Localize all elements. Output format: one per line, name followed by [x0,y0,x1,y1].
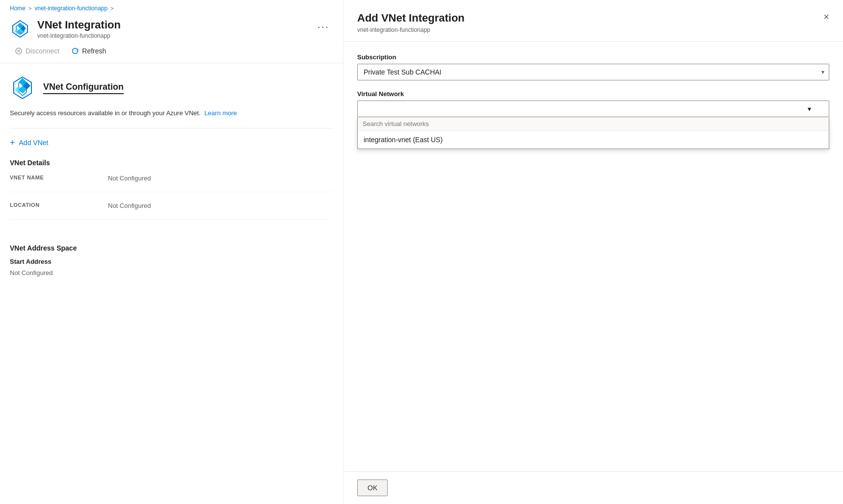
panel-title: Add VNet Integration [357,12,829,25]
vnet-dropdown: integration-vnet (East US) [357,117,829,149]
content-area: VNet Configuration Securely access resou… [0,63,343,504]
vnet-config-header: VNet Configuration [10,75,333,101]
subscription-form-group: Subscription Private Test Sub CACHAI ▾ [357,53,829,80]
vnet-details-section-title: VNet Details [10,159,333,167]
left-panel: Home > vnet-integration-functionapp > VN… [0,0,343,504]
vnet-address-section-title: VNet Address Space [10,244,333,252]
vnet-option-integration-vnet[interactable]: integration-vnet (East US) [358,131,829,149]
add-vnet-button[interactable]: + Add VNet [10,136,48,149]
divider-1 [10,128,333,128]
description-main: Securely access resources available in o… [10,109,201,117]
vnet-name-value: Not Configured [108,175,151,182]
right-panel: Add VNet Integration vnet-integration-fu… [343,0,843,504]
vnet-logo-icon [10,19,30,39]
vnet-dropdown-container: ▾ integration-vnet (East US) [357,101,829,117]
panel-header: Add VNet Integration vnet-integration-fu… [343,0,843,42]
vnet-config-logo-icon [10,75,35,101]
location-row: LOCATION Not Configured [10,202,333,220]
disconnect-button[interactable]: Disconnect [10,44,64,58]
virtual-network-label: Virtual Network [357,90,829,98]
more-options-button[interactable]: ··· [314,19,333,35]
breadcrumb: Home > vnet-integration-functionapp > [0,0,343,15]
subscription-select[interactable]: Private Test Sub CACHAI [357,64,829,80]
description-text: Securely access resources available in o… [10,108,333,118]
refresh-label: Refresh [82,47,106,55]
vnet-search-input[interactable] [358,117,829,131]
toolbar: Disconnect Refresh [0,39,343,63]
breadcrumb-app[interactable]: vnet-integration-functionapp [34,5,107,12]
location-value: Not Configured [108,202,151,209]
disconnect-label: Disconnect [26,47,59,55]
plus-icon: + [10,138,15,147]
panel-footer: OK [343,471,843,504]
close-button[interactable]: × [821,10,831,24]
vnet-chevron-icon: ▾ [808,105,811,113]
add-vnet-label: Add VNet [19,139,49,147]
page-subtitle: vnet-integration-functionapp [37,32,121,39]
learn-more-link[interactable]: Learn more [204,109,237,117]
ok-button[interactable]: OK [357,479,388,496]
vnet-select-trigger[interactable]: ▾ [357,101,829,117]
location-label: LOCATION [10,202,108,208]
vnet-config-title: VNet Configuration [43,82,124,94]
vnet-name-row: VNET NAME Not Configured [10,175,333,192]
refresh-icon [71,47,79,55]
breadcrumb-sep1: > [28,5,31,11]
vnet-name-label: VNET NAME [10,175,108,180]
breadcrumb-home[interactable]: Home [10,5,26,12]
panel-body: Subscription Private Test Sub CACHAI ▾ V… [343,42,843,471]
refresh-button[interactable]: Refresh [66,44,111,58]
virtual-network-form-group: Virtual Network ▾ integration-vnet (East… [357,90,829,117]
start-address-label: Start Address [10,258,333,265]
page-title: VNet Integration [37,19,121,31]
subscription-label: Subscription [357,53,829,61]
subscription-select-wrapper: Private Test Sub CACHAI ▾ [357,64,829,80]
disconnect-icon [15,47,23,55]
start-address-value: Not Configured [10,269,333,277]
page-header: VNet Integration vnet-integration-functi… [0,15,343,39]
breadcrumb-sep2: > [110,5,113,11]
panel-subtitle: vnet-integration-functionapp [357,26,829,33]
